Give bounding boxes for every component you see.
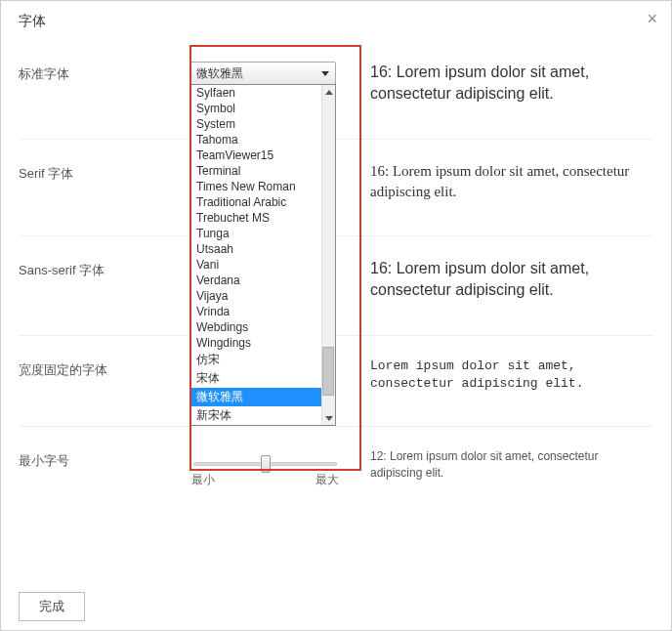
dropdown-standard-font-list[interactable]: SylfaenSymbolSystemTahomaTeamViewer15Ter… [189, 84, 336, 426]
dropdown-option[interactable]: Vrinda [190, 304, 321, 319]
label-serif-font: Serif 字体 [19, 161, 189, 183]
close-icon[interactable]: × [647, 9, 657, 29]
sample-serif-font: 16: Lorem ipsum dolor sit amet, consecte… [341, 161, 653, 202]
min-size-slider-thumb[interactable] [261, 455, 271, 473]
row-standard-font: 标准字体 微软雅黑 SylfaenSymbolSystemTahomaTeamV… [19, 40, 653, 140]
row-min-size: 最小字号 最小 最大 12: Lorem ipsum dolor sit ame… [19, 427, 653, 522]
dropdown-option[interactable]: Sylfaen [190, 85, 321, 101]
dropdown-option[interactable]: Tunga [190, 226, 321, 241]
dialog-header: 字体 × [1, 1, 671, 40]
done-button[interactable]: 完成 [19, 592, 85, 621]
dropdown-option[interactable]: Tahoma [190, 132, 321, 147]
dropdown-option[interactable]: Utsaah [190, 241, 321, 257]
sample-min-size: 12: Lorem ipsum dolor sit amet, consecte… [341, 448, 653, 482]
slider-max-label: 最大 [315, 472, 339, 488]
row-fixed-font: 宽度固定的字体 新宋体 Lorem ipsum dolor sit amet, … [19, 336, 653, 427]
dialog-content: 标准字体 微软雅黑 SylfaenSymbolSystemTahomaTeamV… [1, 40, 671, 582]
sample-sans-font: 16: Lorem ipsum dolor sit amet, consecte… [341, 258, 653, 302]
row-sans-font: Sans-serif 字体 16: Lorem ipsum dolor sit … [19, 236, 653, 336]
dropdown-option[interactable]: System [190, 116, 321, 132]
dropdown-scrollbar-track[interactable] [321, 85, 335, 425]
dropdown-standard-font[interactable]: 微软雅黑 [189, 62, 336, 85]
slider-min-label: 最小 [191, 472, 215, 488]
label-fixed-font: 宽度固定的字体 [19, 358, 189, 379]
dropdown-option[interactable]: Trebuchet MS [190, 210, 321, 226]
dialog-title: 字体 [19, 13, 653, 30]
dropdown-option[interactable]: Webdings [190, 319, 321, 335]
scroll-down-icon[interactable] [322, 411, 335, 425]
dropdown-option[interactable]: Verdana [190, 273, 321, 288]
dropdown-option[interactable]: TeamViewer15 [190, 147, 321, 163]
dropdown-option[interactable]: Wingdings [190, 335, 321, 351]
control-min-size: 最小 最大 [189, 448, 341, 488]
dropdown-option[interactable]: Symbol [190, 101, 321, 116]
dropdown-option[interactable]: Times New Roman [190, 179, 321, 194]
dropdown-option[interactable]: 新宋体 [190, 406, 321, 425]
min-size-slider-labels: 最小 最大 [189, 472, 341, 488]
dropdown-scrollbar-thumb[interactable] [322, 347, 334, 396]
min-size-slider-track[interactable] [193, 462, 337, 466]
dialog-footer: 完成 [1, 582, 671, 631]
label-sans-font: Sans-serif 字体 [19, 258, 189, 279]
sample-fixed-font: Lorem ipsum dolor sit amet, consectetur … [341, 358, 653, 393]
label-standard-font: 标准字体 [19, 62, 189, 83]
dropdown-standard-font-value: 微软雅黑 [196, 65, 243, 82]
row-serif-font: Serif 字体 16: Lorem ipsum dolor sit amet,… [19, 140, 653, 236]
control-standard-font: 微软雅黑 SylfaenSymbolSystemTahomaTeamViewer… [189, 62, 341, 85]
scroll-up-icon[interactable] [322, 85, 335, 99]
dropdown-option[interactable]: 微软雅黑 [190, 388, 321, 406]
dropdown-option[interactable]: Terminal [190, 163, 321, 179]
dropdown-option[interactable]: Vani [190, 257, 321, 273]
dropdown-option[interactable]: Traditional Arabic [190, 194, 321, 210]
dropdown-option[interactable]: 仿宋 [190, 351, 321, 369]
dropdown-option[interactable]: Vijaya [190, 288, 321, 304]
sample-standard-font: 16: Lorem ipsum dolor sit amet, consecte… [341, 62, 653, 105]
label-min-size: 最小字号 [19, 448, 189, 470]
dropdown-option[interactable]: 宋体 [190, 369, 321, 388]
min-size-slider-wrap: 最小 最大 [189, 448, 341, 488]
chevron-down-icon [321, 71, 329, 76]
